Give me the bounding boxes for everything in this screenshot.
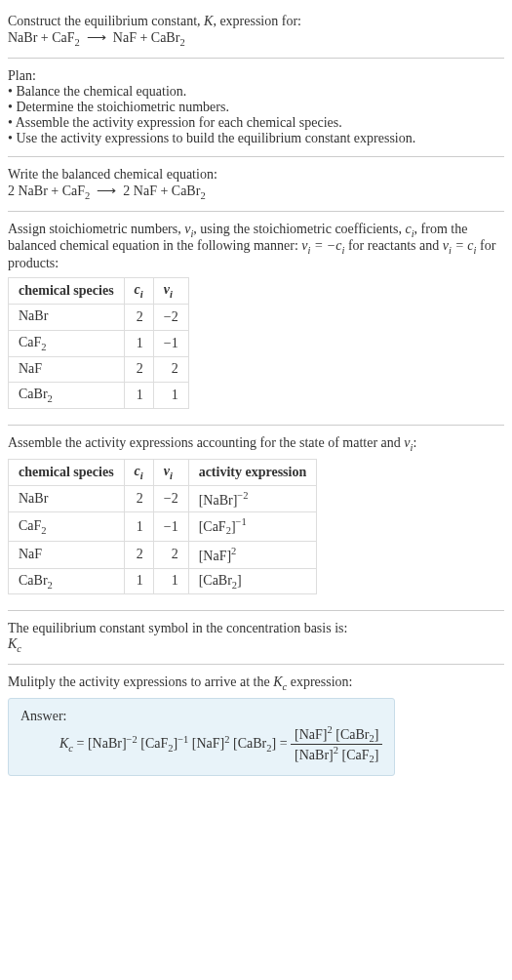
fraction: [NaF]2 [CaBr2] [NaBr]2 [CaF2] — [291, 724, 382, 765]
species: CaF — [19, 518, 41, 533]
col-species: chemical species — [9, 459, 125, 485]
k-symbol: K — [8, 636, 17, 651]
arrow-icon: ⟶ — [97, 184, 116, 198]
species-cell: CaBr2 — [9, 568, 125, 594]
nu-cell: 1 — [153, 383, 188, 409]
c-cell: 1 — [124, 330, 153, 356]
species-cell: CaF2 — [9, 512, 125, 541]
text: : — [413, 435, 416, 450]
table-row: CaF2 1 −1 [CaF2]−1 — [9, 512, 317, 541]
answer-expression: Kc = [NaBr]−2 [CaF2]−1 [NaF]2 [CaBr2] = … — [59, 724, 382, 765]
term: [NaF] — [188, 736, 224, 751]
text: Assemble the activity expressions accoun… — [8, 435, 404, 450]
eq-lhs: 2 NaBr + CaF — [8, 184, 85, 198]
act: ] — [237, 573, 242, 588]
k-symbol: K — [273, 674, 282, 689]
divider — [8, 664, 504, 665]
subscript: 2 — [75, 37, 80, 48]
superscript: −1 — [177, 733, 188, 744]
col-c: ci — [124, 459, 153, 485]
activity-cell: [NaBr]−2 — [188, 485, 317, 512]
species: NaBr — [19, 491, 48, 506]
eq-text: = −c — [310, 238, 341, 253]
col-species: chemical species — [9, 278, 125, 305]
nu-cell: 1 — [153, 568, 188, 594]
numerator: [NaF]2 [CaBr2] — [291, 724, 382, 745]
nu-cell: −1 — [153, 512, 188, 541]
species: NaF — [19, 547, 42, 561]
divider — [8, 610, 504, 611]
table-row: CaBr2 1 1 [CaBr2] — [9, 568, 317, 594]
stoich-section: Assign stoichiometric numbers, νi, using… — [8, 216, 504, 422]
intro-text-2: , expression for: — [213, 14, 301, 28]
arrow-icon: ⟶ — [87, 30, 106, 45]
term: ] — [374, 727, 379, 742]
table-row: CaBr2 1 1 — [9, 383, 189, 409]
plan-bullet: • Assemble the activity expression for e… — [8, 115, 504, 131]
term: [NaF] — [295, 727, 327, 742]
term: [NaBr] — [88, 736, 127, 751]
activity-cell: [CaBr2] — [188, 568, 317, 594]
sub-i: i — [170, 289, 173, 300]
equals: = — [73, 736, 88, 751]
divider — [8, 156, 504, 157]
answer-box: Answer: Kc = [NaBr]−2 [CaF2]−1 [NaF]2 [C… — [8, 698, 395, 776]
species-cell: CaBr2 — [9, 383, 125, 409]
text: Mulitply the activity expressions to arr… — [8, 674, 273, 689]
subscript: 2 — [48, 393, 53, 404]
col-nu: νi — [153, 278, 188, 305]
stoich-text: Assign stoichiometric numbers, νi, using… — [8, 222, 504, 272]
term: ] — [374, 748, 379, 762]
eq-lhs: NaBr + CaF — [8, 30, 75, 45]
species: NaF — [19, 361, 42, 376]
activity-table: chemical species ci νi activity expressi… — [8, 459, 317, 594]
intro-section: Construct the equilibrium constant, K, e… — [8, 8, 504, 54]
subscript: 2 — [179, 37, 184, 48]
divider — [8, 211, 504, 212]
subscript: 2 — [200, 190, 205, 201]
table-header-row: chemical species ci νi activity expressi… — [9, 459, 317, 485]
plan-bullet: • Use the activity expressions to build … — [8, 131, 504, 146]
species-cell: CaF2 — [9, 330, 125, 356]
species-cell: NaBr — [9, 485, 125, 512]
stoich-table: chemical species ci νi NaBr 2 −2 CaF2 1 … — [8, 277, 189, 409]
k-symbol: K — [59, 736, 68, 751]
kc-intro-section: The equilibrium constant symbol in the c… — [8, 615, 504, 660]
term: [CaBr — [333, 727, 370, 742]
col-nu: νi — [153, 459, 188, 485]
species: CaBr — [19, 573, 48, 588]
divider — [8, 58, 504, 59]
divider — [8, 425, 504, 426]
plan-bullet: • Determine the stoichiometric numbers. — [8, 100, 504, 115]
table-header-row: chemical species ci νi — [9, 278, 189, 305]
answer-label: Answer: — [20, 709, 382, 724]
term: [CaBr — [230, 736, 267, 751]
table-row: NaBr 2 −2 [NaBr]−2 — [9, 485, 317, 512]
species-cell: NaBr — [9, 304, 125, 330]
nu-cell: 2 — [153, 356, 188, 383]
eq-text: = c — [452, 238, 474, 253]
multiply-section: Mulitply the activity expressions to arr… — [8, 669, 504, 788]
multiply-text: Mulitply the activity expressions to arr… — [8, 674, 504, 692]
c-cell: 2 — [124, 485, 153, 512]
c-cell: 1 — [124, 383, 153, 409]
term: [NaBr] — [295, 748, 334, 762]
term: ] = — [272, 736, 292, 751]
c-cell: 1 — [124, 568, 153, 594]
intro-text: Construct the equilibrium constant, — [8, 14, 204, 28]
table-row: NaF 2 2 [NaF]2 — [9, 541, 317, 568]
c-cell: 2 — [124, 304, 153, 330]
activity-cell: [CaF2]−1 — [188, 512, 317, 541]
balanced-section: Write the balanced chemical equation: 2 … — [8, 161, 504, 207]
text: for reactants and — [344, 238, 442, 253]
intro-line1: Construct the equilibrium constant, K, e… — [8, 14, 504, 29]
species: CaBr — [19, 387, 48, 401]
superscript: 2 — [231, 546, 236, 556]
table-row: NaBr 2 −2 — [9, 304, 189, 330]
superscript: −1 — [236, 516, 247, 527]
plan-bullet: • Balance the chemical equation. — [8, 84, 504, 100]
k-symbol: K — [204, 14, 213, 28]
species: CaF — [19, 335, 41, 349]
act: [NaF] — [199, 549, 231, 563]
activity-section: Assemble the activity expressions accoun… — [8, 429, 504, 606]
